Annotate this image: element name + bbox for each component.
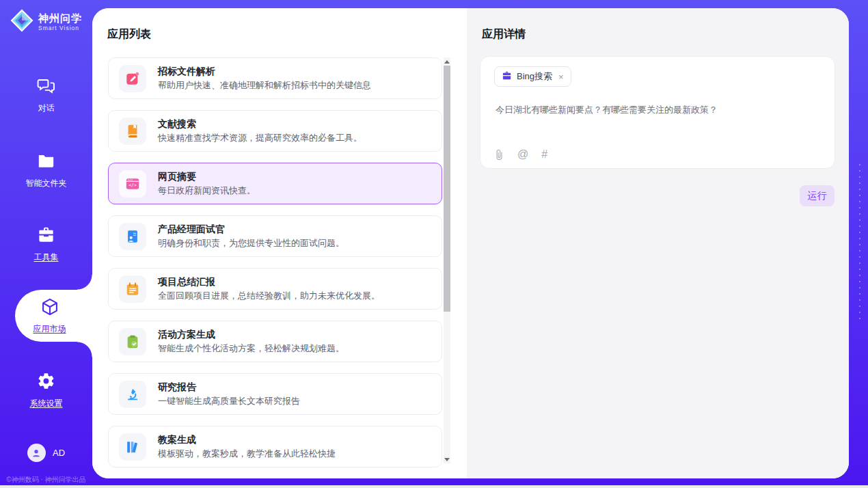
folder-icon	[37, 152, 55, 173]
app-card-description: 明确身份和职责，为您提供专业性的面试问题。	[158, 239, 344, 248]
main-content: 应用列表 招标文件解析帮助用户快速、准确地理解和解析招标书中的关键信息文献搜索快…	[92, 8, 849, 478]
app-card[interactable]: 教案生成模板驱动，教案秒成，教学准备从此轻松快捷	[108, 426, 442, 467]
scrollbar	[444, 57, 450, 463]
app-card-description: 智能生成个性化活动方案，轻松解决规划难题。	[158, 344, 344, 353]
app-card[interactable]: 文献搜索快速精准查找学术资源，提高研究效率的必备工具。	[108, 110, 442, 152]
scroll-down-icon[interactable]	[444, 455, 450, 463]
app-card[interactable]: 招标文件解析帮助用户快速、准确地理解和解析招标书中的关键信息	[108, 57, 442, 99]
app-card-description: 每日政府新闻资讯快查。	[158, 186, 256, 195]
prompt-card: Bing搜索 × 今日湖北有哪些新闻要点？有哪些需要关注的最新政策？ @#	[480, 56, 835, 169]
app-card-title: 招标文件解析	[158, 66, 371, 77]
sidebar-item-label: 智能文件夹	[26, 178, 67, 189]
tool-tag-label: Bing搜索	[517, 70, 552, 83]
app-card-title: 活动方案生成	[158, 329, 344, 340]
sidebar-item-chat[interactable]: 对话	[0, 77, 92, 114]
app-card-title: 产品经理面试官	[158, 224, 344, 234]
sidebar-item-toolbox[interactable]: 工具集	[0, 226, 92, 263]
app-card-title: 项目总结汇报	[158, 277, 380, 287]
decorative-dots	[859, 164, 860, 324]
app-card-title: 网页摘要	[158, 172, 256, 182]
brand-title: 神州问学	[38, 12, 82, 25]
person-icon	[31, 448, 42, 459]
avatar	[27, 444, 46, 462]
close-icon[interactable]: ×	[558, 72, 564, 82]
app-card-title: 文献搜索	[158, 119, 362, 129]
app-card[interactable]: 项目总结汇报全面回顾项目进展，总结经验教训，助力未来优化发展。	[108, 268, 442, 310]
tool-tag-bing-search[interactable]: Bing搜索 ×	[494, 66, 571, 87]
book-icon	[119, 118, 146, 145]
app-card-title: 研究报告	[158, 382, 300, 392]
app-card-description: 全面回顾项目进展，总结经验教训，助力未来优化发展。	[158, 291, 380, 301]
app-detail-title: 应用详情	[482, 27, 526, 42]
calendar-icon	[119, 275, 146, 303]
gem-logo-icon	[10, 9, 33, 35]
app-list-title: 应用列表	[107, 27, 151, 42]
clipboard-check-icon	[119, 328, 146, 355]
sidebar-item-folder[interactable]: 智能文件夹	[0, 152, 92, 189]
bottom-strip	[0, 485, 868, 488]
sidebar-item-label: 工具集	[34, 252, 59, 263]
mention-icon[interactable]: @	[517, 148, 528, 161]
app-card-description: 模板驱动，教案秒成，教学准备从此轻松快捷	[158, 449, 336, 459]
prompt-toolbar: @#	[494, 148, 547, 161]
sidebar-item-label: 应用市场	[33, 323, 66, 335]
sidebar-item-label: 系统设置	[30, 398, 63, 409]
app-card-title: 教案生成	[158, 435, 336, 445]
sidebar-item-cube[interactable]: 应用市场	[15, 290, 92, 342]
app-list-panel: 应用列表 招标文件解析帮助用户快速、准确地理解和解析招标书中的关键信息文献搜索快…	[92, 8, 467, 478]
scrollbar-thumb[interactable]	[444, 66, 450, 312]
cube-icon	[40, 297, 59, 319]
sidebar-item-label: 对话	[38, 103, 55, 114]
scroll-up-icon[interactable]	[444, 57, 450, 66]
app-card[interactable]: 活动方案生成智能生成个性化活动方案，轻松解决规划难题。	[108, 321, 442, 362]
hash-icon[interactable]: #	[541, 148, 547, 161]
prompt-input[interactable]: 今日湖北有哪些新闻要点？有哪些需要关注的最新政策？	[496, 104, 819, 116]
toolbox-icon	[37, 226, 55, 247]
user-initials: AD	[53, 448, 65, 458]
app-card[interactable]: 产品经理面试官明确身份和职责，为您提供专业性的面试问题。	[108, 215, 442, 257]
chat-icon	[37, 77, 55, 98]
app-detail-panel: 应用详情 Bing搜索 × 今日湖北有哪些新闻要点？有哪些需要关注的最新政策？ …	[467, 8, 849, 478]
attachment-icon[interactable]	[494, 149, 504, 161]
app-card-description: 帮助用户快速、准确地理解和解析招标书中的关键信息	[158, 81, 371, 90]
brand: 神州问学 Smart Vision	[0, 9, 92, 35]
app-card[interactable]: </>网页摘要每日政府新闻资讯快查。	[108, 163, 442, 204]
app-card-description: 一键智能生成高质量长文本研究报告	[158, 396, 300, 406]
edit-square-icon	[119, 65, 146, 92]
sidebar-item-gear[interactable]: 系统设置	[0, 372, 92, 409]
svg-text:</>: </>	[128, 182, 137, 188]
app-card[interactable]: 研究报告一键智能生成高质量长文本研究报告	[108, 373, 442, 415]
gear-icon	[37, 372, 55, 393]
briefcase-icon	[502, 70, 512, 83]
copyright-text: ©神州数码 · 神州问学出品	[0, 475, 92, 485]
microscope-icon	[119, 381, 146, 408]
books-icon	[119, 433, 146, 461]
browser-code-icon: </>	[119, 170, 146, 198]
interview-icon	[119, 223, 146, 250]
sidebar: 神州问学 Smart Vision 对话智能文件夹工具集应用市场系统设置 AD …	[0, 0, 92, 488]
brand-subtitle: Smart Vision	[38, 25, 82, 31]
run-button[interactable]: 运行	[800, 185, 835, 206]
user-account[interactable]: AD	[0, 444, 92, 462]
app-card-description: 快速精准查找学术资源，提高研究效率的必备工具。	[158, 133, 362, 143]
